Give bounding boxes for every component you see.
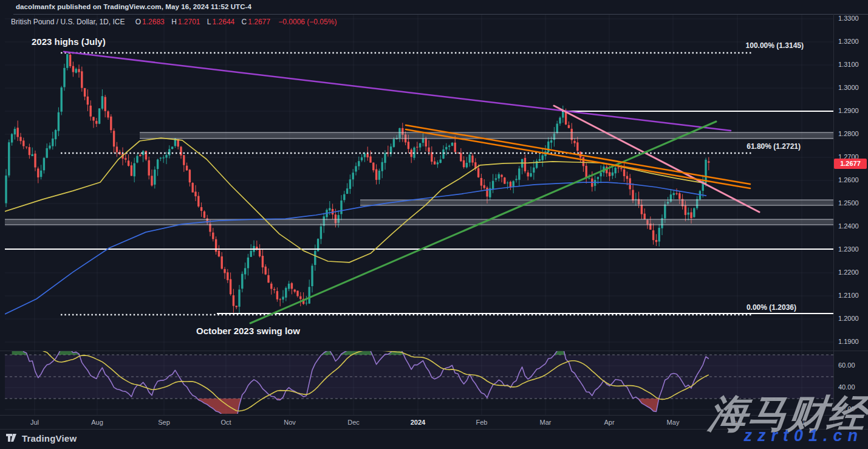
- open-label: O: [135, 18, 141, 26]
- price-axis-label: 1.2100: [838, 292, 859, 299]
- fib-level-label: 0.00% (1.2036): [747, 303, 796, 312]
- price-axis-label: 1.2000: [838, 315, 859, 322]
- time-axis-label: Aug: [84, 419, 111, 426]
- time-axis-label: Apr: [596, 419, 623, 426]
- price-axis-label: 1.2300: [838, 245, 859, 253]
- high-label: H: [171, 18, 177, 26]
- close-value: 1.2677: [248, 18, 270, 26]
- price-axis-label: 1.2800: [838, 130, 859, 137]
- annotation-october-swing-low[interactable]: October 2023 swing low: [196, 326, 300, 336]
- chart-canvas[interactable]: [0, 0, 868, 449]
- time-axis-label: Sep: [151, 419, 177, 426]
- publish-bar: dacolmanfx published on TradingView.com,…: [16, 3, 251, 10]
- time-axis-label: Dec: [340, 419, 367, 426]
- price-axis-label: 1.3300: [838, 15, 859, 22]
- time-axis-label: Oct: [213, 419, 239, 426]
- price-axis-label: 1.2400: [838, 222, 859, 230]
- tradingview-logo-icon: [6, 433, 18, 444]
- fib-level-label: 61.80% (1.2721): [747, 142, 801, 151]
- price-axis-label: 1.3000: [838, 84, 859, 91]
- price-axis-label: 1.2900: [838, 107, 859, 114]
- publish-text: dacolmanfx published on TradingView.com,…: [16, 3, 251, 10]
- time-axis-label: Jul: [21, 419, 48, 426]
- price-axis-label: 1.2200: [838, 269, 859, 276]
- low-label: L: [207, 18, 211, 26]
- time-axis-label: 2024: [405, 419, 431, 426]
- time-axis-label: Feb: [468, 419, 495, 426]
- last-price-value: 1.2677: [840, 160, 861, 167]
- time-axis-label: May: [660, 419, 686, 426]
- fib-level-label: 100.00% (1.3145): [746, 41, 804, 50]
- tradingview-brand-text: TradingView: [22, 433, 77, 444]
- watermark-url: zzrt01.cn: [743, 427, 863, 445]
- tradingview-chart-screenshot: dacolmanfx published on TradingView.com,…: [0, 0, 868, 449]
- last-price-label: 1.2677: [834, 159, 867, 169]
- candles: [5, 52, 709, 314]
- change-value: −0.0006 (−0.05%): [278, 18, 337, 26]
- close-label: C: [242, 18, 247, 26]
- rsi-axis-label: 60.00: [838, 362, 855, 369]
- price-axis-label: 1.2600: [838, 176, 859, 183]
- annotation-2023-highs[interactable]: 2023 highs (July): [32, 36, 106, 47]
- symbol-legend[interactable]: British Pound / U.S. Dollar, 1D, ICE O1.…: [11, 18, 338, 26]
- high-value: 1.2701: [178, 18, 200, 26]
- low-value: 1.2644: [213, 18, 235, 26]
- time-axis-label: Nov: [276, 419, 303, 426]
- price-axis-label: 1.3200: [838, 38, 859, 45]
- tradingview-logo[interactable]: TradingView: [6, 433, 77, 444]
- price-axis-label: 1.3100: [838, 61, 859, 68]
- open-value: 1.2683: [142, 18, 165, 26]
- time-axis-label: Mar: [532, 419, 559, 426]
- symbol-title: British Pound / U.S. Dollar, 1D, ICE: [11, 18, 125, 26]
- price-axis-label: 1.2500: [838, 199, 859, 207]
- price-axis-label: 1.1900: [838, 338, 859, 345]
